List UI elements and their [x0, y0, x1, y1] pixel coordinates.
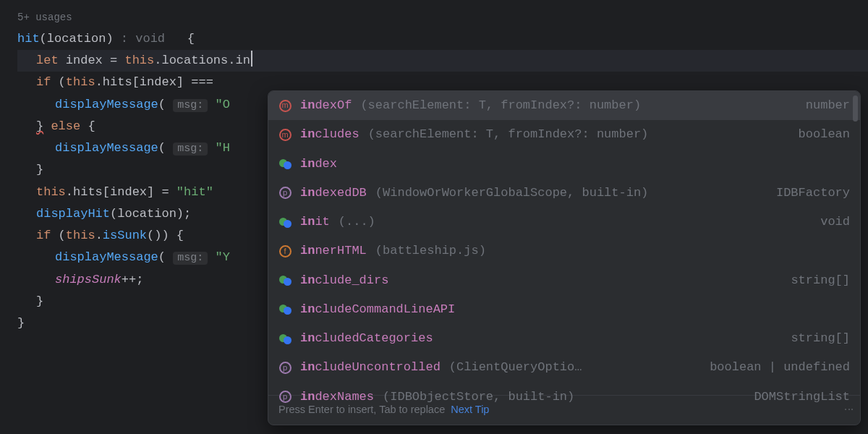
completion-item-index[interactable]: index — [268, 150, 860, 179]
variable-icon — [278, 332, 292, 345]
completion-return-type: string[] — [791, 270, 850, 292]
variable-icon — [278, 158, 292, 171]
field-icon: f — [278, 244, 292, 258]
completion-label: init — [300, 211, 330, 233]
completion-return-type: boolean | undefined — [710, 357, 850, 378]
completion-item-innerHTML[interactable]: finnerHTML (battleship.js) — [268, 237, 860, 265]
code-line[interactable]: hit(location) : void { — [17, 28, 868, 50]
completion-label: indexOf — [300, 95, 352, 116]
completion-signature: (searchElement: T, fromIndex?: number) — [368, 124, 649, 145]
completion-return-type: DOMStringList — [754, 386, 850, 408]
method-icon: m — [278, 128, 292, 141]
completion-signature: (ClientQueryOptio… — [449, 357, 582, 378]
function-name: hit — [17, 32, 40, 46]
completion-label: include_dirs — [300, 270, 388, 292]
return-type-hint: : void — [121, 32, 165, 46]
autocomplete-popup: mindexOf(searchElement: T, fromIndex?: n… — [268, 90, 861, 425]
variable-icon — [278, 303, 292, 316]
completion-signature: (battleship.js) — [375, 240, 486, 262]
completion-list[interactable]: mindexOf(searchElement: T, fromIndex?: n… — [268, 91, 860, 395]
completion-return-type: string[] — [791, 328, 850, 349]
completion-return-type: IDBFactory — [776, 182, 850, 204]
completion-item-includedCategories[interactable]: includedCategoriesstring[] — [268, 324, 860, 353]
completion-label: innerHTML — [300, 240, 367, 262]
property-icon: p — [278, 361, 292, 374]
completion-item-include_dirs[interactable]: include_dirsstring[] — [268, 266, 860, 295]
completion-item-includeCommandLineAPI[interactable]: includeCommandLineAPI — [268, 295, 860, 324]
completion-item-init[interactable]: init(...)void — [268, 208, 860, 237]
completion-label: includeUncontrolled — [300, 357, 441, 378]
property-icon: p — [278, 187, 292, 200]
completion-signature: (searchElement: T, fromIndex?: number) — [360, 95, 641, 116]
completion-return-type: number — [806, 95, 850, 116]
method-icon: m — [278, 99, 292, 112]
variable-icon — [278, 216, 292, 229]
param-hint: msg: — [173, 142, 208, 156]
completion-item-indexedDB[interactable]: pindexedDB (WindowOrWorkerGlobalScope, b… — [268, 179, 860, 208]
completion-item-indexOf[interactable]: mindexOf(searchElement: T, fromIndex?: n… — [268, 91, 860, 120]
code-line-active[interactable]: let index = this.locations.in — [17, 50, 868, 72]
completion-item-includeUncontrolled[interactable]: pincludeUncontrolled (ClientQueryOptio…b… — [268, 353, 860, 382]
next-tip-link[interactable]: Next Tip — [451, 401, 489, 420]
completion-label: includes — [300, 124, 359, 145]
completion-return-type: boolean — [799, 124, 850, 145]
completion-label: index — [300, 153, 337, 175]
completion-signature: (...) — [339, 211, 375, 233]
let-keyword: let — [36, 54, 59, 67]
paren-close: ) — [106, 32, 113, 46]
completion-item-includes[interactable]: mincludes(searchElement: T, fromIndex?: … — [268, 120, 860, 149]
param-hint: msg: — [173, 99, 208, 112]
paren-open: ( — [40, 32, 47, 46]
variable-icon — [278, 274, 292, 287]
usages-hint[interactable]: 5+ usages — [17, 9, 868, 27]
text-cursor — [251, 51, 252, 67]
completion-return-type: void — [820, 211, 850, 233]
completion-label: indexedDB — [300, 182, 367, 204]
typed-text: in — [235, 54, 250, 67]
scrollbar-thumb[interactable] — [853, 95, 858, 122]
completion-signature: (WindowOrWorkerGlobalScope, built-in) — [375, 182, 648, 204]
error-brace: } — [36, 119, 43, 133]
completion-label: includeCommandLineAPI — [300, 299, 455, 320]
param-name: location — [47, 32, 106, 46]
footer-hint-text: Press Enter to insert, Tab to replace — [278, 401, 445, 420]
completion-label: includedCategories — [300, 328, 433, 349]
kebab-icon[interactable]: ⋮ — [847, 405, 850, 415]
param-hint: msg: — [173, 252, 208, 265]
